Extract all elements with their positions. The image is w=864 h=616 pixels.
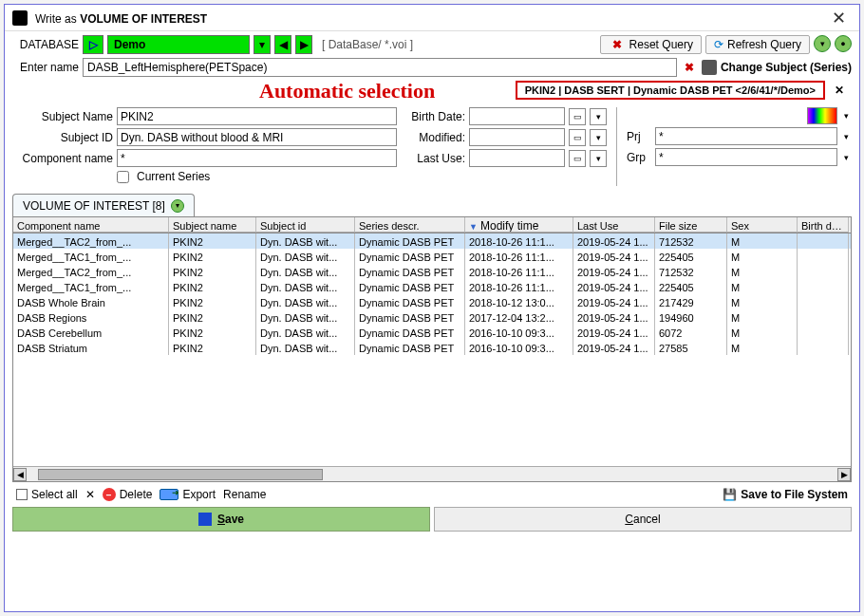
auto-selection-value: PKIN2 | DASB SERT | Dynamic DASB PET <2/… bbox=[516, 81, 825, 100]
dialog-window: Write as VOLUME OF INTEREST ✕ DATABASE ▷… bbox=[4, 4, 860, 612]
h-scrollbar[interactable]: ◀ ▶ bbox=[13, 466, 851, 481]
table-cell: 2019-05-24 1... bbox=[573, 325, 655, 340]
table-cell: 2018-10-12 13:0... bbox=[465, 294, 573, 309]
col-subject-name[interactable]: Subject name bbox=[169, 217, 256, 233]
clear-name-icon[interactable]: ✖ bbox=[681, 61, 698, 74]
table-row[interactable]: Merged__TAC1_from_...PKIN2Dyn. DASB wit.… bbox=[13, 279, 851, 294]
table-cell: 2019-05-24 1... bbox=[573, 340, 655, 355]
table-row[interactable]: DASB CerebellumPKIN2Dyn. DASB wit...Dyna… bbox=[13, 325, 851, 340]
modified-picker-icon[interactable]: ▭ bbox=[569, 129, 586, 146]
refresh-query-button[interactable]: ⟳Refresh Query bbox=[705, 35, 810, 54]
scroll-right-icon[interactable]: ▶ bbox=[837, 468, 851, 481]
db-prev-icon[interactable]: ◀ bbox=[274, 35, 291, 54]
table-cell: Merged__TAC1_from_... bbox=[13, 279, 169, 294]
grp-input[interactable] bbox=[655, 148, 837, 166]
db-play-icon[interactable]: ▷ bbox=[83, 35, 103, 54]
color-dropdown-icon[interactable]: ▾ bbox=[841, 111, 852, 121]
tab-volume-of-interest[interactable]: VOLUME OF INTEREST [8] ▾ bbox=[12, 194, 195, 216]
footer-buttons: Save Cancel bbox=[12, 507, 852, 532]
titlebar: Write as VOLUME OF INTEREST ✕ bbox=[5, 5, 859, 31]
db-next-icon[interactable]: ▶ bbox=[295, 35, 312, 54]
delete-button[interactable]: −Delete bbox=[103, 488, 153, 501]
auto-selection-row: Automatic selection PKIN2 | DASB SERT | … bbox=[12, 81, 852, 103]
color-swatch-button[interactable] bbox=[807, 107, 837, 124]
table-row[interactable]: Merged__TAC2_from_...PKIN2Dyn. DASB wit.… bbox=[13, 233, 851, 249]
save-icon bbox=[198, 513, 212, 526]
tab-label: VOLUME OF INTEREST [8] bbox=[23, 199, 165, 213]
table-cell: M bbox=[727, 264, 798, 279]
table-cell: DASB Cerebellum bbox=[13, 325, 169, 340]
table-row[interactable]: Merged__TAC1_from_...PKIN2Dyn. DASB wit.… bbox=[13, 249, 851, 264]
check-icon bbox=[16, 489, 28, 500]
close-icon[interactable]: ✕ bbox=[826, 8, 852, 28]
col-subject-id[interactable]: Subject id bbox=[256, 217, 355, 233]
refresh-dropdown-icon[interactable]: ▾ bbox=[814, 35, 831, 52]
table-cell: M bbox=[727, 340, 798, 355]
scroll-thumb[interactable] bbox=[38, 469, 323, 480]
select-all-label: Select all bbox=[31, 488, 78, 501]
scroll-left-icon[interactable]: ◀ bbox=[13, 468, 27, 481]
col-series-descr[interactable]: Series descr. bbox=[355, 217, 465, 233]
table-cell bbox=[798, 294, 849, 309]
component-name-input[interactable] bbox=[117, 149, 397, 167]
database-row: DATABASE ▷ Demo ▾ ◀ ▶ [ DataBase/ *.voi … bbox=[12, 35, 852, 54]
subject-link-icon[interactable] bbox=[702, 60, 717, 75]
table-row[interactable]: Merged__TAC2_from_...PKIN2Dyn. DASB wit.… bbox=[13, 264, 851, 279]
table-row[interactable]: DASB StriatumPKIN2Dyn. DASB wit...Dynami… bbox=[13, 340, 851, 355]
col-sex[interactable]: Sex bbox=[727, 217, 798, 233]
col-component-name[interactable]: Component name bbox=[13, 217, 169, 233]
extra-action-button[interactable]: ● bbox=[835, 35, 852, 52]
modified-dropdown-icon[interactable]: ▾ bbox=[590, 129, 607, 146]
deselect-icon[interactable]: ✕ bbox=[85, 488, 95, 501]
change-subject-button[interactable]: Change Subject (Series) bbox=[721, 61, 852, 74]
save-button[interactable]: Save bbox=[12, 507, 430, 532]
grp-label: Grp bbox=[627, 151, 651, 164]
subject-name-input[interactable] bbox=[117, 107, 397, 125]
rename-button[interactable]: Rename bbox=[223, 488, 266, 501]
col-modify-time[interactable]: ▼ Modify time bbox=[465, 217, 573, 233]
lastuse-label: Last Use: bbox=[403, 152, 465, 165]
table-row[interactable]: DASB Whole BrainPKIN2Dyn. DASB wit...Dyn… bbox=[13, 294, 851, 309]
birth-date-dropdown-icon[interactable]: ▾ bbox=[590, 108, 607, 125]
table-cell bbox=[798, 279, 849, 294]
table-cell: 225405 bbox=[655, 249, 727, 264]
table-cell: Merged__TAC1_from_... bbox=[13, 249, 169, 264]
table-cell: DASB Striatum bbox=[13, 340, 169, 355]
col-birth-date[interactable]: Birth date bbox=[798, 217, 849, 233]
birth-date-input[interactable] bbox=[469, 107, 565, 125]
current-series-checkbox[interactable] bbox=[117, 171, 129, 183]
save-to-fs-button[interactable]: 💾Save to File System bbox=[723, 488, 848, 501]
col-last-use[interactable]: Last Use bbox=[573, 217, 655, 233]
grp-dropdown-icon[interactable]: ▾ bbox=[841, 153, 852, 162]
sort-desc-icon: ▼ bbox=[469, 222, 478, 232]
auto-selection-clear-icon[interactable]: ✕ bbox=[835, 84, 844, 97]
lastuse-dropdown-icon[interactable]: ▾ bbox=[590, 150, 607, 167]
export-button[interactable]: Export bbox=[160, 488, 216, 501]
db-dropdown-icon[interactable]: ▾ bbox=[254, 35, 271, 54]
name-input[interactable] bbox=[83, 58, 677, 77]
tab-menu-icon[interactable]: ▾ bbox=[171, 199, 184, 213]
table-row[interactable]: DASB RegionsPKIN2Dyn. DASB wit...Dynamic… bbox=[13, 309, 851, 325]
rename-label: Rename bbox=[223, 488, 266, 501]
cancel-button[interactable]: Cancel bbox=[434, 507, 852, 532]
lastuse-input[interactable] bbox=[469, 149, 565, 167]
lastuse-picker-icon[interactable]: ▭ bbox=[569, 150, 586, 167]
refresh-icon: ⟳ bbox=[714, 38, 723, 51]
table-cell: Dynamic DASB PET bbox=[355, 325, 465, 340]
prj-input[interactable] bbox=[655, 127, 837, 145]
subject-id-input[interactable] bbox=[117, 128, 397, 146]
database-label: DATABASE bbox=[12, 38, 79, 51]
table-cell: DASB Regions bbox=[13, 309, 169, 325]
birth-date-label: Birth Date: bbox=[403, 110, 465, 123]
table-cell: Dynamic DASB PET bbox=[355, 294, 465, 309]
select-all-button[interactable]: Select all bbox=[16, 488, 78, 501]
col-file-size[interactable]: File size bbox=[655, 217, 727, 233]
reset-query-button[interactable]: ✖Reset Query bbox=[600, 35, 702, 54]
table-cell: PKIN2 bbox=[169, 325, 256, 340]
modified-input[interactable] bbox=[469, 128, 565, 146]
table-cell: 2018-10-26 11:1... bbox=[465, 264, 573, 279]
tab-bar: VOLUME OF INTEREST [8] ▾ bbox=[12, 194, 852, 216]
database-select[interactable]: Demo bbox=[107, 35, 250, 54]
birth-date-picker-icon[interactable]: ▭ bbox=[569, 108, 586, 125]
prj-dropdown-icon[interactable]: ▾ bbox=[841, 132, 852, 141]
